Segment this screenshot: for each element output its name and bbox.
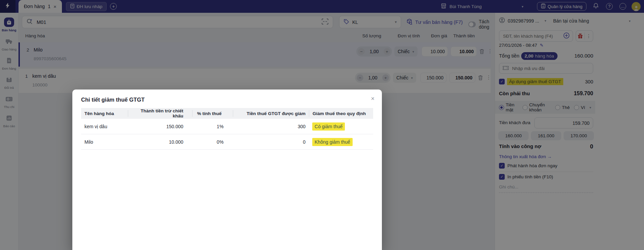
tax-rate-value: 0% — [192, 139, 233, 145]
amount-value: 150.000 — [128, 124, 192, 129]
vat-reduced-value: 0 — [233, 139, 309, 145]
tax-rate-value: 1% — [192, 124, 233, 129]
col-reduction-status: Giảm thuế theo quy định — [309, 110, 373, 117]
col-tax-rate: % tính thuế — [192, 110, 233, 117]
status-badge: Không giảm thuế — [312, 138, 353, 146]
product-name: Milo — [81, 139, 128, 145]
vat-table-row: kem vị dâu 150.000 1% 300 Có giảm thuế — [81, 119, 373, 134]
col-product-name: Tên hàng hóa — [81, 110, 128, 117]
status-badge: Có giảm thuế — [312, 122, 345, 131]
vat-table-header: Tên hàng hóa Thành tiền trừ chiết khấu %… — [81, 108, 373, 119]
reduction-status: Không giảm thuế — [309, 139, 373, 145]
pos-screen: Đơn hàng 1 × ĐH lưu nháp + Bùi Thanh Tùn… — [0, 0, 644, 250]
reduction-status: Có giảm thuế — [309, 124, 373, 129]
col-vat-reduced: Tiền thuế GTGT được giảm — [233, 110, 309, 117]
modal-close-button[interactable]: × — [371, 95, 374, 102]
modal-title: Chi tiết giảm thuế GTGT — [81, 90, 373, 103]
vat-detail-modal: Chi tiết giảm thuế GTGT × Tên hàng hóa T… — [72, 90, 382, 250]
amount-value: 10.000 — [128, 139, 192, 145]
vat-table-row: Milo 10.000 0% 0 Không giảm thuế — [81, 134, 373, 150]
product-name: kem vị dâu — [81, 124, 128, 129]
col-amount-after-discount: Thành tiền trừ chiết khấu — [128, 110, 192, 117]
vat-detail-table: Tên hàng hóa Thành tiền trừ chiết khấu %… — [81, 108, 373, 150]
vat-reduced-value: 300 — [233, 124, 309, 129]
